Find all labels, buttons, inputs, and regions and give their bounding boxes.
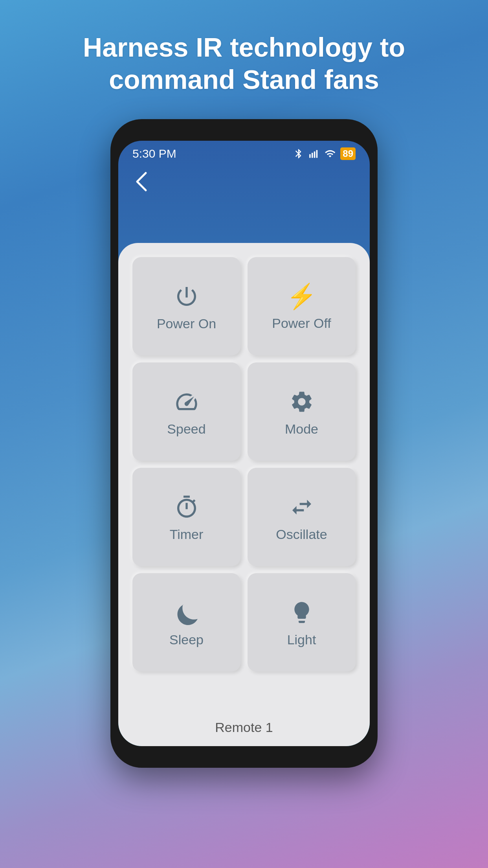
- power-on-label: Power On: [157, 316, 216, 331]
- sleep-icon: [174, 600, 199, 625]
- svg-rect-0: [309, 154, 311, 158]
- wifi-icon: [325, 148, 336, 159]
- battery-icon: 89: [340, 147, 356, 160]
- timer-icon: [174, 495, 199, 520]
- mode-icon: [289, 389, 314, 414]
- oscillate-button[interactable]: Oscillate: [248, 468, 356, 566]
- phone-wrapper: 5:30 PM: [110, 119, 378, 807]
- power-off-icon-text: ⚡: [286, 284, 317, 309]
- mode-button[interactable]: Mode: [248, 362, 356, 461]
- status-icons: 89: [293, 147, 356, 160]
- mode-label: Mode: [285, 421, 318, 437]
- headline: Harness IR technology to command Stand f…: [51, 31, 437, 96]
- signal-icon: [309, 148, 320, 159]
- svg-rect-3: [316, 150, 318, 158]
- svg-rect-2: [314, 151, 316, 158]
- oscillate-label: Oscillate: [276, 527, 327, 542]
- timer-button[interactable]: Timer: [132, 468, 240, 566]
- chevron-left-icon: [135, 171, 147, 192]
- timer-label: Timer: [170, 527, 204, 542]
- power-on-icon: [174, 284, 199, 309]
- status-bar: 5:30 PM: [118, 141, 370, 164]
- speed-icon: [174, 389, 199, 414]
- speed-button[interactable]: Speed: [132, 362, 240, 461]
- buttons-grid: Power On ⚡ Power Off Speed: [132, 257, 356, 671]
- remote-name: Remote 1: [215, 708, 273, 746]
- phone-screen: 5:30 PM: [118, 141, 370, 746]
- phone-shell: 5:30 PM: [110, 119, 378, 768]
- headline-container: Harness IR technology to command Stand f…: [51, 0, 437, 96]
- power-on-button[interactable]: Power On: [132, 257, 240, 355]
- speed-label: Speed: [167, 421, 205, 437]
- status-time: 5:30 PM: [132, 147, 176, 160]
- light-icon: [289, 600, 314, 625]
- sleep-button[interactable]: Sleep: [132, 573, 240, 671]
- bluetooth-icon: [293, 148, 304, 159]
- light-button[interactable]: Light: [248, 573, 356, 671]
- power-off-label: Power Off: [272, 316, 331, 331]
- light-label: Light: [287, 632, 316, 647]
- oscillate-icon: [289, 495, 314, 520]
- svg-rect-1: [312, 153, 313, 158]
- power-off-button[interactable]: ⚡ Power Off: [248, 257, 356, 355]
- sleep-label: Sleep: [169, 632, 204, 647]
- remote-panel: Power On ⚡ Power Off Speed: [118, 243, 370, 746]
- back-button[interactable]: [129, 170, 153, 193]
